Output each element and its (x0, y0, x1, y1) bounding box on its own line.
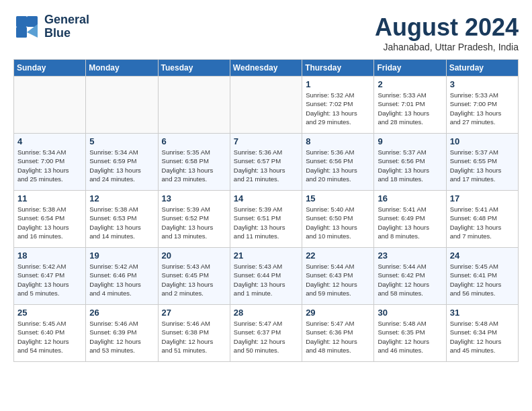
day-number: 29 (306, 308, 370, 318)
day-detail: Sunrise: 5:43 AM Sunset: 6:45 PM Dayligh… (162, 262, 226, 298)
day-number: 1 (306, 79, 370, 89)
weekday-header-row: SundayMondayTuesdayWednesdayThursdayFrid… (14, 60, 519, 77)
day-number: 14 (234, 193, 298, 203)
weekday-header: Thursday (302, 60, 374, 77)
calendar-cell: 29Sunrise: 5:47 AM Sunset: 6:36 PM Dayli… (302, 305, 374, 362)
day-detail: Sunrise: 5:32 AM Sunset: 7:02 PM Dayligh… (306, 91, 370, 126)
calendar-cell: 24Sunrise: 5:45 AM Sunset: 6:41 PM Dayli… (446, 248, 518, 305)
day-detail: Sunrise: 5:38 AM Sunset: 6:54 PM Dayligh… (17, 205, 82, 240)
day-number: 13 (162, 193, 226, 203)
day-detail: Sunrise: 5:41 AM Sunset: 6:49 PM Dayligh… (378, 205, 442, 240)
calendar-cell: 27Sunrise: 5:46 AM Sunset: 6:38 PM Dayli… (158, 305, 230, 362)
day-number: 22 (306, 250, 370, 261)
calendar-cell: 11Sunrise: 5:38 AM Sunset: 6:54 PM Dayli… (14, 191, 86, 248)
day-detail: Sunrise: 5:44 AM Sunset: 6:43 PM Dayligh… (306, 262, 370, 298)
day-detail: Sunrise: 5:33 AM Sunset: 7:01 PM Dayligh… (378, 91, 442, 126)
month-title: August 2024 (375, 13, 519, 42)
calendar-cell: 10Sunrise: 5:37 AM Sunset: 6:55 PM Dayli… (446, 134, 518, 191)
day-number: 25 (17, 308, 82, 318)
day-number: 16 (378, 193, 442, 203)
day-number: 19 (89, 250, 154, 261)
day-number: 30 (378, 308, 442, 318)
day-number: 4 (17, 136, 82, 146)
day-number: 18 (17, 250, 82, 261)
day-number: 31 (450, 308, 515, 318)
day-detail: Sunrise: 5:37 AM Sunset: 6:56 PM Dayligh… (378, 148, 442, 183)
day-detail: Sunrise: 5:47 AM Sunset: 6:37 PM Dayligh… (234, 319, 298, 355)
day-number: 5 (89, 136, 154, 146)
day-detail: Sunrise: 5:45 AM Sunset: 6:40 PM Dayligh… (17, 319, 82, 355)
calendar-cell: 13Sunrise: 5:39 AM Sunset: 6:52 PM Dayli… (158, 191, 230, 248)
calendar-cell: 2Sunrise: 5:33 AM Sunset: 7:01 PM Daylig… (374, 77, 446, 134)
calendar-cell: 21Sunrise: 5:43 AM Sunset: 6:44 PM Dayli… (230, 248, 302, 305)
weekday-header: Friday (374, 60, 446, 77)
logo-icon (13, 13, 40, 40)
weekday-header: Monday (86, 60, 158, 77)
day-detail: Sunrise: 5:37 AM Sunset: 6:55 PM Dayligh… (450, 148, 515, 183)
day-detail: Sunrise: 5:34 AM Sunset: 6:59 PM Dayligh… (89, 148, 154, 183)
calendar-cell: 15Sunrise: 5:40 AM Sunset: 6:50 PM Dayli… (302, 191, 374, 248)
calendar-cell: 16Sunrise: 5:41 AM Sunset: 6:49 PM Dayli… (374, 191, 446, 248)
page-header: General Blue August 2024 Jahanabad, Utta… (13, 13, 519, 52)
day-number: 15 (306, 193, 370, 203)
calendar-cell: 26Sunrise: 5:46 AM Sunset: 6:39 PM Dayli… (86, 305, 158, 362)
svg-rect-2 (16, 27, 27, 38)
calendar-cell: 18Sunrise: 5:42 AM Sunset: 6:47 PM Dayli… (14, 248, 86, 305)
day-detail: Sunrise: 5:39 AM Sunset: 6:51 PM Dayligh… (234, 205, 298, 240)
day-number: 17 (450, 193, 515, 203)
calendar-cell: 6Sunrise: 5:35 AM Sunset: 6:58 PM Daylig… (158, 134, 230, 191)
calendar-cell: 8Sunrise: 5:36 AM Sunset: 6:56 PM Daylig… (302, 134, 374, 191)
day-detail: Sunrise: 5:43 AM Sunset: 6:44 PM Dayligh… (234, 262, 298, 298)
day-detail: Sunrise: 5:48 AM Sunset: 6:35 PM Dayligh… (378, 319, 442, 355)
calendar-cell: 14Sunrise: 5:39 AM Sunset: 6:51 PM Dayli… (230, 191, 302, 248)
day-detail: Sunrise: 5:35 AM Sunset: 6:58 PM Dayligh… (162, 148, 226, 183)
logo: General Blue (13, 13, 89, 40)
day-number: 6 (162, 136, 226, 146)
calendar-cell (230, 77, 302, 134)
day-detail: Sunrise: 5:42 AM Sunset: 6:46 PM Dayligh… (89, 262, 154, 298)
calendar-cell: 5Sunrise: 5:34 AM Sunset: 6:59 PM Daylig… (86, 134, 158, 191)
logo-text: General Blue (44, 13, 89, 40)
calendar-cell: 9Sunrise: 5:37 AM Sunset: 6:56 PM Daylig… (374, 134, 446, 191)
calendar-cell: 3Sunrise: 5:33 AM Sunset: 7:00 PM Daylig… (446, 77, 518, 134)
svg-rect-1 (27, 16, 38, 27)
day-detail: Sunrise: 5:34 AM Sunset: 7:00 PM Dayligh… (17, 148, 82, 183)
day-detail: Sunrise: 5:47 AM Sunset: 6:36 PM Dayligh… (306, 319, 370, 355)
calendar-cell: 4Sunrise: 5:34 AM Sunset: 7:00 PM Daylig… (14, 134, 86, 191)
day-detail: Sunrise: 5:40 AM Sunset: 6:50 PM Dayligh… (306, 205, 370, 240)
calendar-cell: 12Sunrise: 5:38 AM Sunset: 6:53 PM Dayli… (86, 191, 158, 248)
day-detail: Sunrise: 5:44 AM Sunset: 6:42 PM Dayligh… (378, 262, 442, 298)
day-detail: Sunrise: 5:46 AM Sunset: 6:39 PM Dayligh… (89, 319, 154, 355)
calendar-cell: 30Sunrise: 5:48 AM Sunset: 6:35 PM Dayli… (374, 305, 446, 362)
day-number: 21 (234, 250, 298, 261)
calendar-cell: 19Sunrise: 5:42 AM Sunset: 6:46 PM Dayli… (86, 248, 158, 305)
day-number: 9 (378, 136, 442, 146)
calendar-cell: 28Sunrise: 5:47 AM Sunset: 6:37 PM Dayli… (230, 305, 302, 362)
day-number: 27 (162, 308, 226, 318)
calendar-cell: 7Sunrise: 5:36 AM Sunset: 6:57 PM Daylig… (230, 134, 302, 191)
calendar-cell: 31Sunrise: 5:48 AM Sunset: 6:34 PM Dayli… (446, 305, 518, 362)
calendar-cell: 23Sunrise: 5:44 AM Sunset: 6:42 PM Dayli… (374, 248, 446, 305)
calendar-cell: 25Sunrise: 5:45 AM Sunset: 6:40 PM Dayli… (14, 305, 86, 362)
day-number: 3 (450, 79, 515, 89)
calendar-cell (14, 77, 86, 134)
location: Jahanabad, Uttar Pradesh, India (375, 42, 519, 52)
day-number: 24 (450, 250, 515, 261)
calendar-cell: 17Sunrise: 5:41 AM Sunset: 6:48 PM Dayli… (446, 191, 518, 248)
weekday-header: Tuesday (158, 60, 230, 77)
calendar-week-row: 11Sunrise: 5:38 AM Sunset: 6:54 PM Dayli… (14, 191, 519, 248)
calendar-week-row: 4Sunrise: 5:34 AM Sunset: 7:00 PM Daylig… (14, 134, 519, 191)
weekday-header: Sunday (14, 60, 86, 77)
calendar-week-row: 1Sunrise: 5:32 AM Sunset: 7:02 PM Daylig… (14, 77, 519, 134)
weekday-header: Wednesday (230, 60, 302, 77)
day-detail: Sunrise: 5:48 AM Sunset: 6:34 PM Dayligh… (450, 319, 515, 355)
calendar-cell: 1Sunrise: 5:32 AM Sunset: 7:02 PM Daylig… (302, 77, 374, 134)
day-number: 11 (17, 193, 82, 203)
calendar-week-row: 18Sunrise: 5:42 AM Sunset: 6:47 PM Dayli… (14, 248, 519, 305)
calendar-week-row: 25Sunrise: 5:45 AM Sunset: 6:40 PM Dayli… (14, 305, 519, 362)
day-detail: Sunrise: 5:45 AM Sunset: 6:41 PM Dayligh… (450, 262, 515, 298)
day-detail: Sunrise: 5:41 AM Sunset: 6:48 PM Dayligh… (450, 205, 515, 240)
day-number: 20 (162, 250, 226, 261)
day-detail: Sunrise: 5:38 AM Sunset: 6:53 PM Dayligh… (89, 205, 154, 240)
day-detail: Sunrise: 5:46 AM Sunset: 6:38 PM Dayligh… (162, 319, 226, 355)
